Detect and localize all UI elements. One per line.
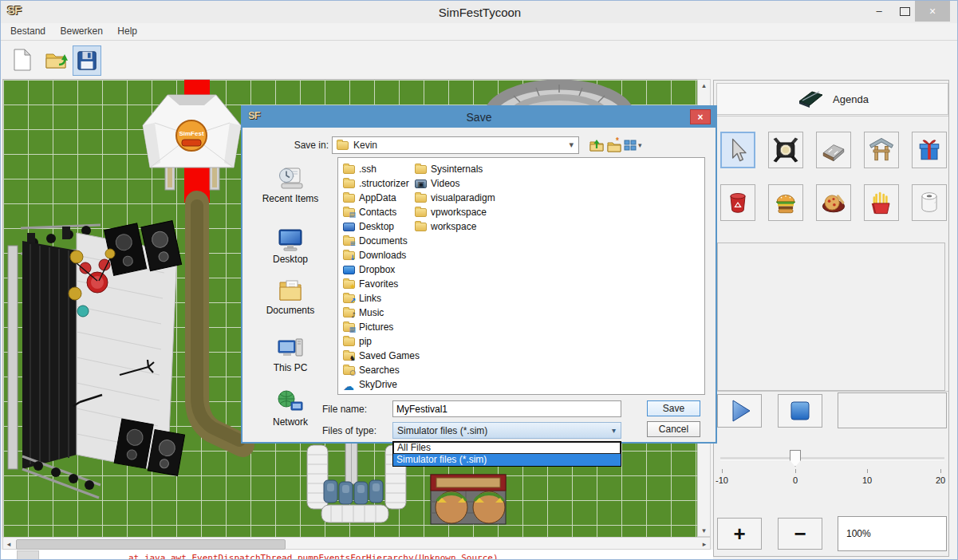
place-label: This PC (250, 362, 330, 373)
open-file-button[interactable] (42, 45, 69, 74)
horizontal-scrollbar[interactable]: ◂ ▸ (2, 537, 711, 550)
file-name: .structorizer (359, 178, 409, 189)
file-name: Music (359, 307, 384, 318)
zoom-in-button[interactable]: + (717, 518, 762, 550)
scrollbar-thumb[interactable] (16, 539, 286, 550)
zoom-out-button[interactable]: − (778, 518, 822, 550)
tool-toilet-paper[interactable] (912, 184, 947, 221)
tool-hamburger[interactable] (768, 184, 803, 221)
folder-icon (415, 194, 427, 203)
slider-tick (867, 469, 868, 473)
list-item[interactable]: Music (343, 306, 384, 319)
place-this-pc[interactable]: This PC (250, 335, 330, 373)
file-list[interactable]: .ssh .structorizer AppData Contacts Desk… (337, 157, 705, 395)
tool-fries[interactable] (864, 184, 899, 221)
folder-icon (343, 194, 355, 203)
tool-cursor[interactable] (720, 132, 755, 168)
place-network[interactable]: Network (250, 389, 330, 428)
menu-bewerken[interactable]: Bewerken (59, 23, 104, 39)
list-item[interactable]: Pictures (343, 321, 393, 333)
cursor-icon (722, 133, 754, 167)
zoom-level-field[interactable]: 100% (838, 516, 947, 551)
tool-road[interactable] (816, 132, 851, 168)
file-name: AppData (359, 192, 396, 203)
chevron-down-icon: ▾ (569, 140, 574, 150)
pizza-icon (818, 186, 850, 219)
file-name: Desktop (359, 221, 394, 232)
dialog-title-bar[interactable]: SF Save × (242, 107, 716, 128)
scroll-up-icon[interactable]: ▴ (698, 81, 710, 89)
file-name: Favorites (359, 278, 398, 290)
recent-items-icon (276, 164, 305, 191)
console-marker (17, 550, 39, 560)
list-item[interactable]: vpworkspace (415, 206, 487, 219)
list-item[interactable]: Desktop (343, 220, 394, 233)
list-item[interactable]: AppData (343, 191, 396, 204)
menu-bestand[interactable]: Bestand (9, 23, 47, 39)
save-button[interactable]: Save (647, 400, 700, 416)
file-name: Contacts (359, 207, 396, 218)
list-item[interactable]: Videos (415, 177, 459, 190)
list-item[interactable]: Downloads (343, 249, 406, 262)
cancel-button[interactable]: Cancel (647, 421, 700, 437)
speed-slider-track[interactable] (720, 457, 944, 460)
agenda-button[interactable]: Agenda (716, 83, 948, 115)
list-item[interactable]: pip (343, 335, 372, 348)
list-item[interactable]: Documents (343, 235, 408, 247)
up-one-level-button[interactable] (589, 136, 605, 154)
save-in-combobox[interactable]: Kevin ▾ (332, 136, 579, 154)
list-item[interactable]: Contacts (343, 206, 396, 219)
tool-gift[interactable] (912, 132, 947, 168)
list-item[interactable]: Saved Games (343, 349, 420, 362)
dialog-close-button[interactable]: × (690, 109, 711, 124)
application-window: SF SimFestTycoon – × Bestand Bewerken He… (0, 0, 958, 560)
toilet-paper-icon (913, 186, 945, 219)
list-item[interactable]: Links (343, 292, 381, 305)
list-item[interactable]: visualparadigm (415, 191, 495, 204)
tool-gate[interactable] (864, 132, 899, 168)
menu-bar: Bestand Bewerken Help (1, 23, 958, 41)
dropdown-option-all-files[interactable]: All Files (393, 442, 621, 454)
file-name-input[interactable] (392, 400, 621, 417)
new-file-button[interactable] (9, 45, 36, 74)
scroll-left-icon[interactable]: ◂ (5, 540, 13, 548)
create-new-folder-button[interactable]: * (606, 136, 622, 154)
list-item[interactable]: Sysinternals (415, 163, 483, 175)
list-item[interactable]: .structorizer (343, 177, 409, 190)
file-name: Dropbox (359, 264, 395, 275)
views-menu-button[interactable]: ▾ (624, 136, 642, 154)
views-grid-icon (624, 140, 637, 151)
tool-trash-bin[interactable] (720, 184, 755, 221)
scroll-right-icon[interactable]: ▸ (700, 540, 708, 548)
window-title: SimFestTycoon (1, 6, 958, 19)
save-file-button[interactable] (73, 45, 101, 76)
play-button[interactable] (717, 394, 762, 428)
list-item[interactable]: SkyDrive (343, 378, 397, 391)
tool-spotlight[interactable] (768, 132, 803, 168)
stop-button[interactable] (778, 394, 822, 428)
speed-slider-thumb[interactable] (790, 450, 801, 467)
tool-pizza[interactable] (816, 184, 851, 221)
dropdown-option-sim-files[interactable]: Simulator files (*.sim) (393, 454, 621, 466)
close-button[interactable]: × (915, 1, 950, 22)
hamburger-icon (770, 186, 802, 219)
file-type-combobox[interactable]: Simulator files (*.sim) ▾ (392, 422, 621, 439)
stack-trace-line: at java.awt.EventDispatchThread.pumpEven… (128, 553, 499, 560)
list-item[interactable]: .ssh (343, 163, 376, 175)
music-icon (343, 309, 355, 317)
place-documents[interactable]: Documents (250, 278, 330, 316)
list-item[interactable]: workspace (415, 220, 476, 233)
main-toolbar (1, 41, 958, 78)
minimize-button[interactable]: – (867, 1, 891, 22)
place-recent-items[interactable]: Recent Items (250, 164, 330, 204)
list-item[interactable]: Favorites (343, 278, 398, 290)
maximize-button[interactable] (893, 1, 917, 22)
file-name: .ssh (359, 164, 376, 175)
console-output: at java.awt.EventDispatchThread.pumpEven… (1, 550, 713, 560)
place-label: Recent Items (250, 193, 330, 204)
menu-help[interactable]: Help (116, 23, 139, 39)
list-item[interactable]: Dropbox (343, 263, 395, 276)
scroll-down-icon[interactable]: ▾ (698, 526, 710, 534)
place-desktop[interactable]: Desktop (250, 227, 330, 265)
list-item[interactable]: Searches (343, 364, 400, 377)
